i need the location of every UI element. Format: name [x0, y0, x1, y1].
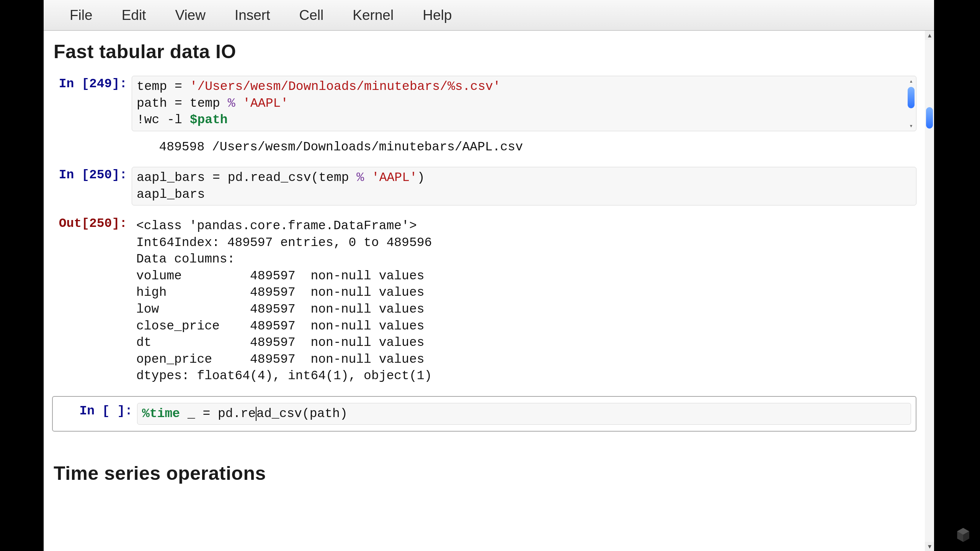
cell-scrollbar[interactable]: ▴▾ — [908, 78, 915, 129]
code-string: 'AAPL' — [372, 171, 417, 185]
code-string: '/Users/wesm/Downloads/minutebars/%s.csv… — [190, 80, 501, 94]
code-text: ) — [417, 171, 425, 185]
code-bang: ! — [137, 113, 144, 127]
code-input-250[interactable]: aapl_bars = pd.read_csv(temp % 'AAPL') a… — [132, 167, 916, 205]
code-text: ad_csv(path) — [256, 407, 348, 421]
vertical-scrollbar[interactable]: ▴ ▾ — [925, 31, 934, 551]
scroll-down-icon[interactable]: ▾ — [925, 542, 934, 551]
code-magic: %time — [142, 407, 180, 421]
cell-scroll-down-icon[interactable]: ▾ — [908, 122, 915, 129]
menubar: File Edit View Insert Cell Kernel Help — [44, 0, 934, 31]
notebook-window: File Edit View Insert Cell Kernel Help ▴… — [44, 0, 934, 551]
menu-insert[interactable]: Insert — [220, 7, 285, 23]
code-shellvar: $path — [190, 113, 228, 127]
in-prompt-new: In [ ]: — [57, 403, 137, 420]
code-input-249[interactable]: temp = '/Users/wesm/Downloads/minutebars… — [132, 76, 916, 131]
notebook-area[interactable]: Fast tabular data IO In [249]: temp = '/… — [44, 31, 925, 551]
code-text: aapl_bars = pd.read_csv(temp — [137, 171, 356, 185]
cell-scroll-thumb[interactable] — [908, 87, 915, 108]
code-string: 'AAPL' — [243, 96, 288, 111]
stdout-249: 489598 /Users/wesm/Downloads/minutebars/… — [132, 137, 916, 158]
stdout-250: <class 'pandas.core.frame.DataFrame'> In… — [132, 215, 916, 386]
menu-kernel[interactable]: Kernel — [338, 7, 408, 23]
code-text: path = temp — [137, 96, 228, 111]
menu-view[interactable]: View — [160, 7, 220, 23]
menu-help[interactable]: Help — [408, 7, 466, 23]
heading-timeseries: Time series operations — [44, 441, 925, 497]
scroll-thumb[interactable] — [926, 107, 933, 129]
code-text — [235, 96, 243, 111]
code-cell-250[interactable]: In [250]: aapl_bars = pd.read_csv(temp %… — [52, 167, 916, 387]
code-cell-active[interactable]: In [ ]: %time _ = pd.read_csv(path) — [52, 396, 916, 432]
in-prompt-249: In [249]: — [52, 76, 132, 93]
code-input-active[interactable]: %time _ = pd.read_csv(path) — [137, 403, 911, 425]
heading-io: Fast tabular data IO — [44, 31, 925, 76]
menu-file[interactable]: File — [55, 7, 107, 23]
code-text: _ = pd.re — [180, 407, 256, 421]
scroll-up-icon[interactable]: ▴ — [925, 31, 934, 40]
code-cell-249[interactable]: In [249]: temp = '/Users/wesm/Downloads/… — [52, 76, 916, 158]
code-text: wc -l — [144, 113, 190, 127]
menu-cell[interactable]: Cell — [284, 7, 338, 23]
cell-scroll-up-icon[interactable]: ▴ — [908, 78, 915, 85]
out-prompt-250: Out[250]: — [52, 215, 132, 232]
code-text: aapl_bars — [137, 187, 205, 202]
code-op: % — [356, 171, 364, 185]
code-text — [364, 171, 372, 185]
menu-edit[interactable]: Edit — [107, 7, 161, 23]
code-text: temp = — [137, 80, 190, 94]
watermark-icon — [956, 527, 970, 543]
code-op: % — [228, 96, 235, 111]
in-prompt-250: In [250]: — [52, 167, 132, 184]
